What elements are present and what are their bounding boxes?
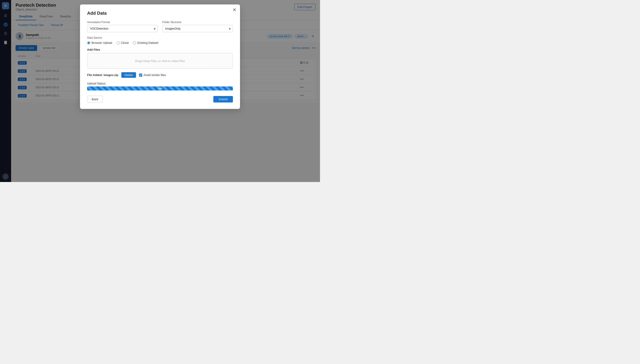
radio-browser-upload-label: Browser Upload	[92, 41, 112, 44]
folder-structure-label: Folder Structure	[162, 21, 233, 24]
file-added-name: images.zip	[104, 73, 118, 77]
file-added-prefix: File Added:	[87, 73, 104, 77]
add-files-label: Add Files	[87, 48, 233, 51]
radio-cloud[interactable]: Cloud	[117, 41, 129, 44]
upload-status-section: Upload Status: 100	[87, 82, 233, 90]
progress-bar-bg: 100	[87, 86, 233, 90]
progress-bar-fill: 100	[87, 86, 233, 90]
radio-existing-input[interactable]	[133, 41, 136, 44]
avoid-similar-checkbox-label[interactable]: Avoid similar files	[139, 73, 166, 77]
file-row: File Added: images.zip Delete Avoid simi…	[87, 72, 233, 78]
radio-browser-upload[interactable]: Browser Upload	[87, 41, 112, 44]
upload-status-label: Upload Status:	[87, 82, 233, 85]
form-top-row: Annoataion Format VOCDetection COCO YOLO…	[87, 21, 233, 32]
modal-title: Add Data	[87, 11, 233, 16]
data-source-label: Data Source	[87, 36, 233, 39]
annotation-format-select-wrapper: VOCDetection COCO YOLO	[87, 25, 158, 32]
folder-structure-group: Folder Structure ImagesOnly Nested Flat	[162, 21, 233, 32]
folder-structure-select-wrapper: ImagesOnly Nested Flat	[162, 25, 233, 32]
radio-browser-upload-input[interactable]	[87, 41, 90, 44]
radio-existing-label: Existing Dataset	[137, 41, 158, 44]
modal-footer: Back Submit	[87, 96, 233, 103]
annotation-format-label: Annoataion Format	[87, 21, 158, 24]
file-added-label: File Added: images.zip	[87, 73, 118, 77]
modal-close-button[interactable]: ✕	[233, 8, 236, 12]
avoid-similar-label: Avoid similar files	[144, 73, 166, 77]
folder-structure-select[interactable]: ImagesOnly Nested Flat	[162, 25, 233, 32]
radio-cloud-input[interactable]	[117, 41, 120, 44]
annotation-format-select[interactable]: VOCDetection COCO YOLO	[87, 25, 158, 32]
data-source-section: Data Source Browser Upload Cloud Existin…	[87, 36, 233, 44]
back-button[interactable]: Back	[87, 96, 103, 103]
dropzone-text: Drag'n'drop Files, or click to select fi…	[135, 59, 185, 63]
radio-group: Browser Upload Cloud Existing Dataset	[87, 41, 233, 44]
avoid-similar-checkbox[interactable]	[139, 74, 142, 77]
annotation-format-group: Annoataion Format VOCDetection COCO YOLO	[87, 21, 158, 32]
dropzone[interactable]: Drag'n'drop Files, or click to select fi…	[87, 53, 233, 69]
add-data-modal: ✕ Add Data Annoataion Format VOCDetectio…	[80, 4, 240, 109]
radio-existing-dataset[interactable]: Existing Dataset	[133, 41, 158, 44]
add-files-section: Add Files Drag'n'drop Files, or click to…	[87, 48, 233, 69]
radio-cloud-label: Cloud	[121, 41, 129, 44]
modal-overlay: ✕ Add Data Annoataion Format VOCDetectio…	[0, 0, 320, 182]
submit-button[interactable]: Submit	[213, 96, 233, 102]
progress-text: 100	[158, 87, 162, 90]
delete-button[interactable]: Delete	[121, 72, 136, 78]
